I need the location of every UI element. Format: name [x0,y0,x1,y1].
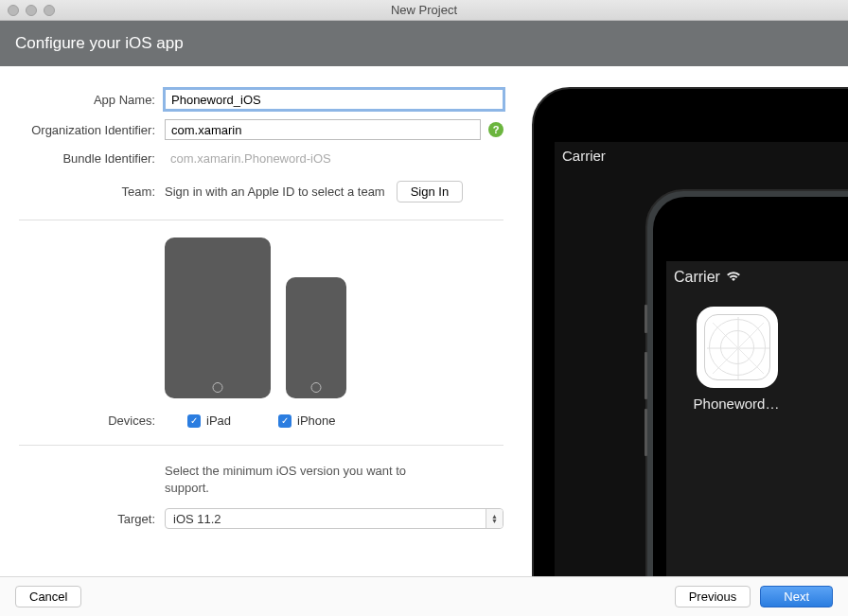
app-name-preview: Phoneword… [683,396,789,412]
cancel-button[interactable]: Cancel [15,586,81,607]
ipad-graphic [165,238,271,398]
app-icon-grid-icon [704,314,770,380]
org-id-input[interactable] [165,119,481,140]
page-title: Configure your iOS app [15,34,184,52]
preview-iphone: Carrier Phoneword… [645,189,848,601]
zoom-window-icon[interactable] [44,5,55,16]
target-label: Target: [19,512,165,526]
target-desc: Select the minimum iOS version you want … [165,463,449,497]
iphone-graphic [286,277,346,398]
target-value: iOS 11.2 [166,509,486,528]
home-button-icon [213,382,223,393]
team-desc: Sign in with an Apple ID to select a tea… [165,185,385,199]
team-label: Team: [19,185,165,199]
next-button[interactable]: Next [760,586,833,607]
app-name-input[interactable] [165,89,504,110]
minimize-window-icon[interactable] [26,5,37,16]
side-button-icon [645,305,647,333]
traffic-lights [8,5,55,16]
target-select[interactable]: iOS 11.2 ▲▼ [165,508,504,529]
app-icon-preview [697,307,778,388]
ipad-check-label: iPad [206,414,231,428]
app-name-label: App Name: [19,93,165,107]
device-preview-graphics [165,238,504,398]
bundle-id-value: com.xamarin.Phoneword-iOS [165,150,337,167]
help-icon[interactable]: ? [488,122,504,137]
divider [19,445,504,446]
ipad-carrier-label: Carrier [562,148,606,164]
close-window-icon[interactable] [8,5,19,16]
page-header: Configure your iOS app [0,21,848,66]
bundle-id-label: Bundle Identifier: [19,151,165,166]
footer: Cancel Previous Next [0,576,848,616]
previous-button[interactable]: Previous [675,586,751,607]
ipad-checkbox[interactable]: ✓ [187,414,201,428]
iphone-checkbox[interactable]: ✓ [278,414,292,428]
sign-in-button[interactable]: Sign In [397,181,463,202]
divider [19,220,504,220]
devices-label: Devices: [19,414,165,428]
side-button-icon [645,352,647,399]
device-preview-pane: Carrier Carrier Phonewor [522,66,848,601]
home-button-icon [311,382,322,393]
iphone-check-label: iPhone [297,414,335,428]
wifi-icon [726,271,741,285]
titlebar: New Project [0,0,848,21]
side-button-icon [645,409,647,456]
form-pane: App Name: Organization Identifier: ? Bun… [0,66,522,601]
window-title: New Project [0,3,848,17]
chevron-updown-icon: ▲▼ [486,509,503,528]
org-id-label: Organization Identifier: [19,123,165,137]
iphone-carrier-label: Carrier [674,269,720,286]
